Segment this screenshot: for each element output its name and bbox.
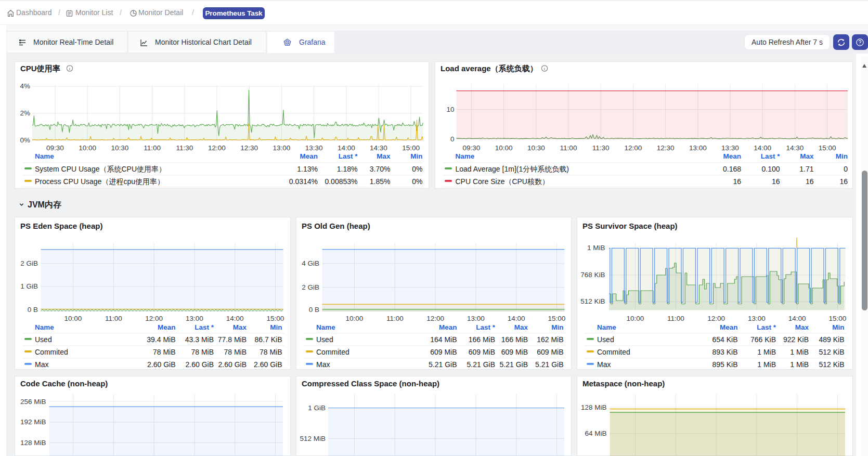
svg-text:0%: 0% xyxy=(412,165,422,173)
svg-text:PS Eden Space (heap): PS Eden Space (heap) xyxy=(20,222,102,230)
svg-text:64 MiB: 64 MiB xyxy=(585,429,606,437)
svg-text:0.00853%: 0.00853% xyxy=(325,177,357,186)
svg-text:10:00: 10:00 xyxy=(627,315,644,322)
svg-text:12:00: 12:00 xyxy=(208,144,226,152)
svg-text:10:00: 10:00 xyxy=(79,144,96,152)
svg-text:1 GiB: 1 GiB xyxy=(20,282,38,290)
svg-text:Commited: Commited xyxy=(316,348,349,356)
svg-text:11:00: 11:00 xyxy=(386,315,403,322)
svg-text:13:00: 13:00 xyxy=(273,144,291,152)
svg-text:16: 16 xyxy=(772,177,780,186)
svg-text:Used: Used xyxy=(316,335,333,344)
svg-text:Last *: Last * xyxy=(339,152,358,160)
svg-text:609 MiB: 609 MiB xyxy=(501,348,527,356)
svg-text:15:00: 15:00 xyxy=(402,144,420,152)
svg-text:768 KiB: 768 KiB xyxy=(580,271,605,279)
svg-text:Max: Max xyxy=(35,360,48,369)
svg-text:16: 16 xyxy=(733,177,741,186)
svg-text:Compressed Class Space (non-he: Compressed Class Space (non-heap) xyxy=(302,379,439,388)
svg-text:Process CPU Usage（进程cpu使用率）: Process CPU Usage（进程cpu使用率） xyxy=(35,177,164,186)
svg-text:13:30: 13:30 xyxy=(305,144,323,152)
svg-text:512 KiB: 512 KiB xyxy=(819,360,844,369)
svg-text:Min: Min xyxy=(832,323,844,331)
svg-text:Metaspace (non-heap): Metaspace (non-heap) xyxy=(582,379,665,388)
svg-text:128 MiB: 128 MiB xyxy=(20,439,46,447)
svg-text:2%: 2% xyxy=(20,109,30,117)
svg-text:0.100: 0.100 xyxy=(761,165,780,173)
svg-text:Min: Min xyxy=(551,323,563,331)
svg-text:10:30: 10:30 xyxy=(527,144,545,152)
svg-text:78 MiB: 78 MiB xyxy=(153,348,176,356)
svg-text:Min: Min xyxy=(410,152,422,160)
svg-text:1 MiB: 1 MiB xyxy=(757,360,776,369)
svg-text:2.60 GiB: 2.60 GiB xyxy=(186,360,214,369)
svg-text:CPU Core Size（CPU核数）: CPU Core Size（CPU核数） xyxy=(456,177,549,186)
svg-text:14:00: 14:00 xyxy=(788,315,806,322)
svg-text:1.71: 1.71 xyxy=(799,165,813,173)
svg-text:13:00: 13:00 xyxy=(689,144,707,152)
svg-text:15:00: 15:00 xyxy=(548,315,565,322)
svg-text:0 B: 0 B xyxy=(308,306,319,314)
svg-text:14:30: 14:30 xyxy=(370,144,387,152)
svg-text:609 MiB: 609 MiB xyxy=(468,348,495,356)
svg-text:78 MiB: 78 MiB xyxy=(224,348,247,356)
svg-text:12:00: 12:00 xyxy=(145,315,163,322)
svg-text:Max: Max xyxy=(795,323,809,331)
svg-text:System CPU Usage（系统CPU使用率）: System CPU Usage（系统CPU使用率） xyxy=(35,165,166,173)
svg-text:2 GiB: 2 GiB xyxy=(302,283,319,291)
svg-text:Max: Max xyxy=(514,323,528,331)
svg-text:1 MiB: 1 MiB xyxy=(587,244,605,252)
svg-text:13:00: 13:00 xyxy=(467,315,485,322)
svg-text:0%: 0% xyxy=(20,136,30,144)
svg-text:12:00: 12:00 xyxy=(707,315,725,322)
svg-text:PS Survivor Space (heap): PS Survivor Space (heap) xyxy=(582,222,678,230)
svg-text:Last *: Last * xyxy=(195,323,214,331)
svg-text:14:00: 14:00 xyxy=(338,144,355,152)
svg-text:166 MiB: 166 MiB xyxy=(468,335,495,344)
svg-text:11:00: 11:00 xyxy=(560,144,577,152)
svg-text:13:00: 13:00 xyxy=(186,315,203,322)
svg-text:766 KiB: 766 KiB xyxy=(750,335,776,344)
svg-text:Last *: Last * xyxy=(757,323,776,331)
svg-text:78 MiB: 78 MiB xyxy=(191,348,214,356)
svg-text:15:00: 15:00 xyxy=(819,144,836,152)
svg-text:16: 16 xyxy=(839,177,848,186)
svg-text:2.60 GiB: 2.60 GiB xyxy=(254,360,282,369)
svg-text:1 MiB: 1 MiB xyxy=(757,348,776,356)
svg-text:Code Cache (non-heap): Code Cache (non-heap) xyxy=(20,379,108,388)
svg-text:5.21 GiB: 5.21 GiB xyxy=(535,360,563,369)
svg-text:Used: Used xyxy=(35,335,52,344)
svg-text:Max: Max xyxy=(377,152,391,160)
svg-text:256 MiB: 256 MiB xyxy=(20,398,46,406)
svg-text:12:30: 12:30 xyxy=(240,144,258,152)
svg-text:Load average（系统负载）: Load average（系统负载） xyxy=(441,64,538,73)
svg-text:489 KiB: 489 KiB xyxy=(819,335,844,344)
svg-text:12:00: 12:00 xyxy=(426,315,444,322)
svg-text:86.7 KiB: 86.7 KiB xyxy=(255,335,282,344)
svg-text:922 KiB: 922 KiB xyxy=(783,335,809,344)
svg-text:609 MiB: 609 MiB xyxy=(537,348,563,356)
svg-text:4%: 4% xyxy=(20,82,30,90)
svg-text:43.3 MiB: 43.3 MiB xyxy=(185,335,214,344)
svg-text:162 MiB: 162 MiB xyxy=(537,335,563,344)
svg-text:12:30: 12:30 xyxy=(657,144,675,152)
svg-text:609 MiB: 609 MiB xyxy=(430,348,457,356)
svg-text:1 MiB: 1 MiB xyxy=(790,360,809,369)
svg-text:13:30: 13:30 xyxy=(721,144,739,152)
svg-text:0%: 0% xyxy=(412,177,422,186)
svg-text:09:30: 09:30 xyxy=(46,144,64,152)
svg-text:11:00: 11:00 xyxy=(144,144,161,152)
svg-text:14:00: 14:00 xyxy=(226,315,244,322)
svg-text:14:00: 14:00 xyxy=(754,144,771,152)
svg-text:512 KiB: 512 KiB xyxy=(819,348,844,356)
svg-text:15:00: 15:00 xyxy=(267,315,284,322)
svg-text:3.70%: 3.70% xyxy=(370,165,391,173)
svg-text:0: 0 xyxy=(450,135,455,143)
svg-text:16: 16 xyxy=(806,177,814,186)
svg-text:11:00: 11:00 xyxy=(105,315,122,322)
svg-text:166 MiB: 166 MiB xyxy=(501,335,527,344)
svg-text:Name: Name xyxy=(316,323,335,331)
svg-text:Max: Max xyxy=(316,360,330,369)
svg-text:Max: Max xyxy=(597,360,611,369)
svg-text:11:30: 11:30 xyxy=(176,144,193,152)
